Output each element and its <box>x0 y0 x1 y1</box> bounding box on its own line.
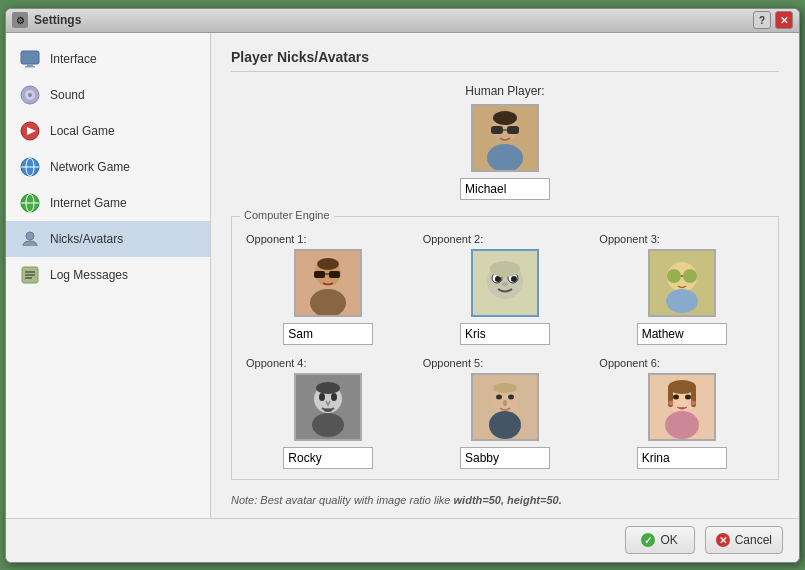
sidebar-item-sound[interactable]: Sound <box>6 77 210 113</box>
opponent-4-label: Opponent 4: <box>246 357 307 369</box>
note-text: Note: Best avatar quality with image rat… <box>231 494 779 506</box>
opponent-1-avatar[interactable] <box>294 249 362 317</box>
opponent-5-cell: Opponent 5: <box>423 357 588 469</box>
interface-icon <box>18 47 42 71</box>
internet-game-icon <box>18 191 42 215</box>
ok-label: OK <box>660 533 677 547</box>
note-prefix: Note: Best avatar quality with image rat… <box>231 494 454 506</box>
opponent-2-cell: Opponent 2: <box>423 233 588 345</box>
svg-point-43 <box>666 289 698 313</box>
svg-point-57 <box>493 383 517 393</box>
opponent-4-name-input[interactable] <box>283 447 373 469</box>
opponent-6-cell: Opponent 6: <box>599 357 764 469</box>
svg-point-51 <box>319 393 325 401</box>
sidebar-item-interface[interactable]: Interface <box>6 41 210 77</box>
window-title: Settings <box>34 13 81 27</box>
close-button[interactable]: ✕ <box>775 11 793 29</box>
svg-point-52 <box>331 393 337 401</box>
content-panel: Player Nicks/Avatars Human Player: <box>211 33 799 518</box>
opponent-1-name-input[interactable] <box>283 323 373 345</box>
svg-point-5 <box>28 93 32 97</box>
opponent-3-avatar[interactable] <box>648 249 716 317</box>
svg-rect-0 <box>21 51 39 64</box>
sidebar-item-log-messages[interactable]: Log Messages <box>6 257 210 293</box>
opponent-5-label: Opponent 5: <box>423 357 484 369</box>
svg-rect-24 <box>507 126 519 134</box>
svg-rect-2 <box>25 66 35 68</box>
svg-rect-30 <box>314 271 325 278</box>
sidebar-item-network-game[interactable]: Network Game <box>6 149 210 185</box>
human-player-label: Human Player: <box>465 84 544 98</box>
opponent-4-cell: Opponent 4: <box>246 357 411 469</box>
sidebar-item-internet-game[interactable]: Internet Game <box>6 185 210 221</box>
svg-point-40 <box>490 261 520 277</box>
svg-point-58 <box>496 394 502 399</box>
sidebar-label-log-messages: Log Messages <box>50 268 128 282</box>
computer-engine-group: Computer Engine Opponent 1: <box>231 216 779 480</box>
panel-title: Player Nicks/Avatars <box>231 49 779 72</box>
sidebar-label-internet-game: Internet Game <box>50 196 127 210</box>
opponent-2-avatar[interactable] <box>471 249 539 317</box>
local-game-icon <box>18 119 42 143</box>
sidebar-label-sound: Sound <box>50 88 85 102</box>
sidebar: Interface Sound Local Game Network Game <box>6 33 211 518</box>
svg-point-14 <box>26 232 34 240</box>
cancel-icon: ✕ <box>716 533 730 547</box>
window-icon: ⚙ <box>12 12 28 28</box>
opponent-6-name-input[interactable] <box>637 447 727 469</box>
cancel-label: Cancel <box>735 533 772 547</box>
opponent-3-name-input[interactable] <box>637 323 727 345</box>
opponents-grid: Opponent 1: <box>246 233 764 469</box>
svg-point-67 <box>673 394 679 399</box>
svg-point-63 <box>665 411 699 439</box>
note-bold: width=50, height=50. <box>454 494 562 506</box>
network-game-icon <box>18 155 42 179</box>
svg-point-56 <box>489 411 521 439</box>
sidebar-label-network-game: Network Game <box>50 160 130 174</box>
human-player-section: Human Player: <box>231 84 779 200</box>
human-player-avatar[interactable] <box>471 104 539 172</box>
sidebar-item-nicks-avatars[interactable]: Nicks/Avatars <box>6 221 210 257</box>
svg-point-29 <box>317 258 339 270</box>
help-button[interactable]: ? <box>753 11 771 29</box>
sound-icon <box>18 83 42 107</box>
nicks-avatars-icon <box>18 227 42 251</box>
settings-window: ⚙ Settings ? ✕ Interface Sound <box>5 8 800 563</box>
opponent-6-avatar[interactable] <box>648 373 716 441</box>
svg-point-50 <box>316 382 340 394</box>
ok-button[interactable]: ✓ OK <box>625 526 695 554</box>
sidebar-item-local-game[interactable]: Local Game <box>6 113 210 149</box>
svg-point-44 <box>667 269 681 283</box>
opponent-1-cell: Opponent 1: <box>246 233 411 345</box>
sidebar-label-nicks-avatars: Nicks/Avatars <box>50 232 123 246</box>
svg-point-70 <box>688 400 696 405</box>
svg-rect-53 <box>324 408 332 412</box>
svg-point-59 <box>508 394 514 399</box>
svg-rect-31 <box>329 271 340 278</box>
log-messages-icon <box>18 263 42 287</box>
opponent-1-label: Opponent 1: <box>246 233 307 245</box>
svg-point-45 <box>683 269 697 283</box>
opponent-2-name-input[interactable] <box>460 323 550 345</box>
svg-point-69 <box>668 400 676 405</box>
opponent-4-avatar[interactable] <box>294 373 362 441</box>
svg-point-60 <box>503 400 507 406</box>
title-buttons: ? ✕ <box>753 11 793 29</box>
cancel-button[interactable]: ✕ Cancel <box>705 526 783 554</box>
computer-engine-legend: Computer Engine <box>240 209 334 221</box>
footer: ✓ OK ✕ Cancel <box>6 518 799 562</box>
svg-point-39 <box>502 282 508 286</box>
title-bar: ⚙ Settings ? ✕ <box>6 9 799 33</box>
ok-icon: ✓ <box>641 533 655 547</box>
title-bar-left: ⚙ Settings <box>12 12 81 28</box>
main-content: Interface Sound Local Game Network Game <box>6 33 799 518</box>
sidebar-label-local-game: Local Game <box>50 124 115 138</box>
human-player-name-input[interactable] <box>460 178 550 200</box>
svg-rect-23 <box>491 126 503 134</box>
opponent-3-label: Opponent 3: <box>599 233 660 245</box>
svg-point-22 <box>493 111 517 125</box>
sidebar-label-interface: Interface <box>50 52 97 66</box>
opponent-5-avatar[interactable] <box>471 373 539 441</box>
opponent-5-name-input[interactable] <box>460 447 550 469</box>
opponent-2-label: Opponent 2: <box>423 233 484 245</box>
